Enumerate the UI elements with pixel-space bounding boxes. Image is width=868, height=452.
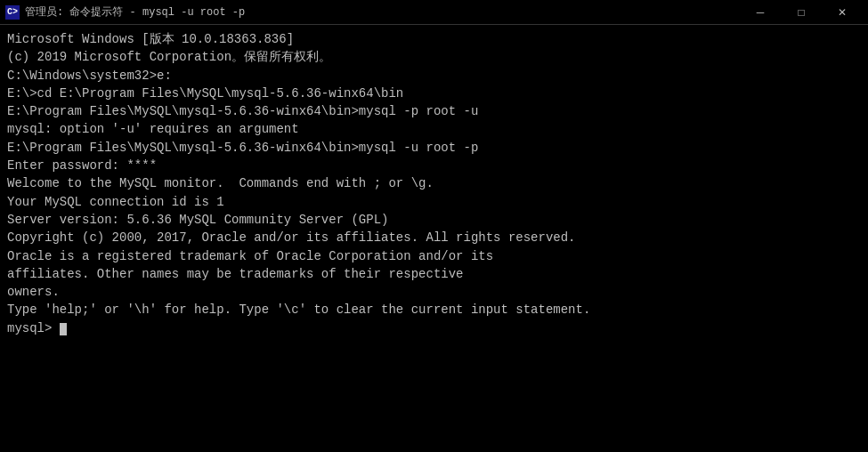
terminal-line: owners. <box>7 283 861 301</box>
terminal-line: E:\Program Files\MySQL\mysql-5.6.36-winx… <box>7 102 861 120</box>
terminal-line: Welcome to the MySQL monitor. Commands e… <box>7 174 861 192</box>
terminal-cursor <box>60 323 67 335</box>
terminal-line: affiliates. Other names may be trademark… <box>7 265 861 283</box>
terminal-line: mysql: option '-u' requires an argument <box>7 120 861 138</box>
title-bar-left: C> 管理员: 命令提示符 - mysql -u root -p <box>5 4 245 20</box>
terminal-line: Server version: 5.6.36 MySQL Community S… <box>7 211 861 229</box>
terminal-line: Microsoft Windows [版本 10.0.18363.836] <box>7 30 861 48</box>
terminal-line: mysql> <box>7 319 861 337</box>
maximize-button[interactable]: □ <box>781 0 822 25</box>
cmd-icon-label: C> <box>7 7 18 17</box>
minimize-button[interactable]: ─ <box>740 0 781 25</box>
terminal-line: E:\>cd E:\Program Files\MySQL\mysql-5.6.… <box>7 85 861 102</box>
terminal-line: C:\Windows\system32>e: <box>7 67 861 85</box>
terminal-line: Type 'help;' or '\h' for help. Type '\c'… <box>7 301 861 319</box>
terminal-line: (c) 2019 Microsoft Corporation。保留所有权利。 <box>7 48 861 66</box>
terminal-line: Your MySQL connection id is 1 <box>7 193 861 211</box>
terminal-line: E:\Program Files\MySQL\mysql-5.6.36-winx… <box>7 139 861 157</box>
terminal-line: Enter password: **** <box>7 157 861 174</box>
title-bar-controls: ─ □ ✕ <box>740 0 863 25</box>
window-title: 管理员: 命令提示符 - mysql -u root -p <box>25 4 245 20</box>
terminal-body[interactable]: Microsoft Windows [版本 10.0.18363.836](c)… <box>0 25 868 452</box>
terminal-line: Copyright (c) 2000, 2017, Oracle and/or … <box>7 229 861 246</box>
close-button[interactable]: ✕ <box>822 0 863 25</box>
cmd-icon: C> <box>5 5 20 20</box>
terminal-line: Oracle is a registered trademark of Orac… <box>7 247 861 265</box>
title-bar: C> 管理员: 命令提示符 - mysql -u root -p ─ □ ✕ <box>0 0 868 25</box>
window-root: C> 管理员: 命令提示符 - mysql -u root -p ─ □ ✕ M… <box>0 0 868 452</box>
